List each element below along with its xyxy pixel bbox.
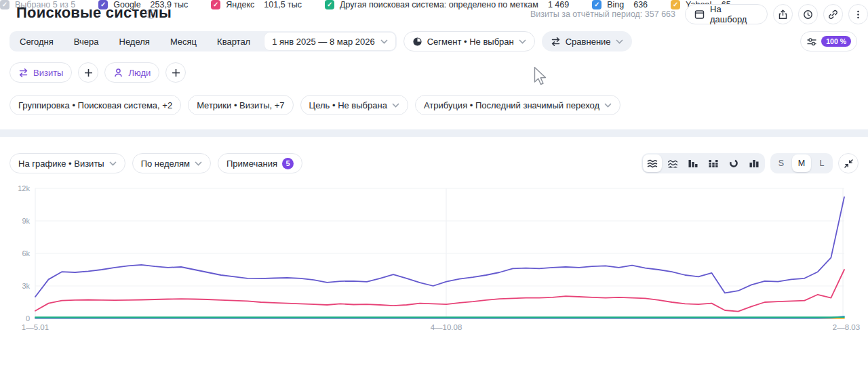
preset-5[interactable]: Квартал xyxy=(207,31,260,51)
legend-value: 101,5 тыс xyxy=(264,0,302,9)
tab-people-label: Люди xyxy=(128,68,151,78)
tab-people[interactable]: Люди xyxy=(104,62,159,83)
legend-item[interactable]: ✓Яндекс101,5 тыс xyxy=(211,0,302,9)
legend-checkbox[interactable]: ✓ xyxy=(0,0,9,9)
attribution-label: Атрибуция • Последний значимый переход xyxy=(424,100,599,110)
notes-button[interactable]: Примечания 5 xyxy=(218,153,302,173)
chevron-down-icon xyxy=(380,39,388,44)
goal-selector[interactable]: Цель • Не выбрана xyxy=(300,95,408,115)
attribution-selector[interactable]: Атрибуция • Последний значимый переход xyxy=(415,95,620,115)
column-chart-icon xyxy=(749,159,760,168)
period-selector[interactable]: По неделям xyxy=(132,153,211,173)
chevron-down-icon xyxy=(195,161,202,166)
legend-item[interactable]: ✓Другая поисковая система: определено по… xyxy=(325,0,569,9)
link-icon xyxy=(828,9,838,20)
more-menu-button[interactable] xyxy=(848,4,868,24)
legend-item[interactable]: ✓Bing636 xyxy=(592,0,648,9)
grouping-selector[interactable]: Группировка • Поисковая система, +2 xyxy=(9,95,181,115)
goal-label: Цель • Не выбрана xyxy=(309,100,387,110)
plus-icon xyxy=(172,68,180,77)
stacked-bar-chart-icon xyxy=(708,159,719,168)
legend-name: Яндекс xyxy=(226,0,254,9)
chart-size-group: SML xyxy=(770,153,833,173)
chart-type-areas-button[interactable] xyxy=(663,154,682,172)
legend-checkbox[interactable]: ✓ xyxy=(211,0,220,9)
legend-checkbox[interactable]: ✓ xyxy=(325,0,334,9)
pie-chart-icon xyxy=(728,159,739,168)
chart-type-stacked-bars-button[interactable] xyxy=(704,154,723,172)
clock-icon xyxy=(803,9,813,20)
sliders-icon xyxy=(806,37,817,47)
dashboard-icon xyxy=(694,9,705,20)
period-label: По неделям xyxy=(141,159,190,169)
metrics-label: Метрики • Визиты, +7 xyxy=(197,100,284,110)
date-range-label: 1 янв 2025 — 8 мар 2026 xyxy=(272,37,375,47)
y-axis-tick-label: 9k xyxy=(22,217,30,225)
preset-4[interactable]: Месяц xyxy=(160,31,207,51)
chart-type-columns-button[interactable] xyxy=(745,154,764,172)
line-chart-icon xyxy=(647,159,658,168)
legend-checkbox[interactable]: ✓ xyxy=(671,0,680,9)
plus-icon xyxy=(84,68,93,77)
chevron-down-icon xyxy=(604,103,612,108)
copy-link-button[interactable] xyxy=(823,4,843,24)
collapse-icon xyxy=(844,159,854,169)
notes-count-badge: 5 xyxy=(282,158,294,169)
y-axis-tick-label: 3k xyxy=(22,282,30,290)
visits-summary: Визиты за отчётный период: 357 663 xyxy=(530,9,675,19)
on-chart-metric-label: На графике • Визиты xyxy=(18,159,104,169)
chart-type-lines-button[interactable] xyxy=(643,154,662,172)
y-axis-tick-label: 6k xyxy=(22,249,30,257)
y-axis-tick-label: 0 xyxy=(26,314,30,323)
add-visits-metric-button[interactable] xyxy=(78,62,98,83)
size-button-m[interactable]: M xyxy=(792,154,811,172)
preset-1[interactable]: Сегодня xyxy=(9,31,64,51)
dashboard-button[interactable]: На дашборд xyxy=(685,4,768,24)
segment-selector[interactable]: Сегмент • Не выбран xyxy=(403,31,535,51)
info-icon[interactable]: i xyxy=(146,9,156,19)
tab-visits[interactable]: Визиты xyxy=(9,62,72,83)
preset-3[interactable]: Неделя xyxy=(109,31,160,51)
chart-type-group xyxy=(642,153,765,173)
kebab-menu-icon xyxy=(853,9,863,20)
collapse-chart-button[interactable] xyxy=(838,153,859,173)
chevron-down-icon xyxy=(392,103,399,108)
comparison-label: Сравнение xyxy=(566,37,611,47)
date-range-picker[interactable]: 1 янв 2025 — 8 мар 2026 xyxy=(264,33,395,50)
chart-type-pie-button[interactable] xyxy=(724,154,743,172)
dashboard-button-label: На дашборд xyxy=(710,4,758,24)
comparison-selector[interactable]: Сравнение xyxy=(542,31,632,51)
chevron-down-icon xyxy=(519,39,526,44)
on-chart-metric-selector[interactable]: На графике • Визиты xyxy=(9,153,125,173)
notes-label: Примечания xyxy=(226,159,277,169)
series-line-google xyxy=(35,197,844,297)
x-axis-tick-label: 4—10.08 xyxy=(431,323,462,331)
sampling-control[interactable]: 100 % xyxy=(800,31,857,51)
legend-name: Bing xyxy=(607,0,624,9)
date-preset-group: СегодняВчераНеделяМесяцКвартал 1 янв 202… xyxy=(9,31,397,51)
x-axis-tick-label: 2—8.03 xyxy=(833,323,860,331)
preset-2[interactable]: Вчера xyxy=(64,31,109,51)
legend-value: 636 xyxy=(633,0,648,9)
chart-type-bars-button[interactable] xyxy=(684,154,703,172)
bar-chart-icon xyxy=(688,159,698,168)
share-button[interactable] xyxy=(773,4,793,24)
add-people-metric-button[interactable] xyxy=(165,62,186,83)
segment-label: Сегмент • Не выбран xyxy=(427,37,514,47)
chevron-down-icon xyxy=(616,39,623,44)
size-button-l[interactable]: L xyxy=(812,154,831,172)
person-icon xyxy=(113,68,123,78)
tab-visits-label: Визиты xyxy=(33,68,63,78)
legend-checkbox[interactable]: ✓ xyxy=(592,0,601,9)
metrics-selector[interactable]: Метрики • Визиты, +7 xyxy=(188,95,293,115)
section-divider xyxy=(0,129,868,137)
size-button-s[interactable]: S xyxy=(772,154,791,172)
history-button[interactable] xyxy=(798,4,818,24)
line-chart[interactable]: 03k6k9k12k1—5.014—10.082—8.03 xyxy=(0,183,868,342)
sampling-badge: 100 % xyxy=(821,36,851,47)
chevron-down-icon xyxy=(109,161,117,166)
share-icon xyxy=(778,9,788,20)
grouping-label: Группировка • Поисковая система, +2 xyxy=(18,100,172,110)
segment-pie-icon xyxy=(412,37,422,47)
area-chart-icon xyxy=(667,159,678,168)
